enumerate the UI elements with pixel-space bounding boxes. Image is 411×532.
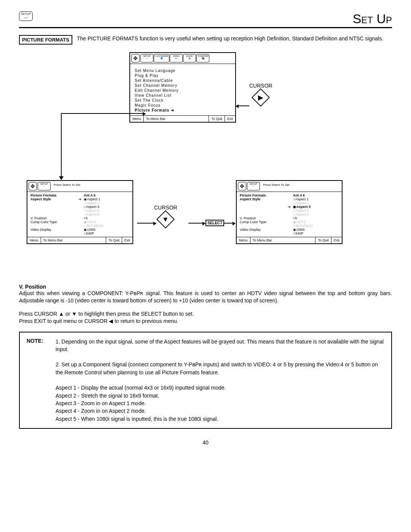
aspect-desc-4: Aspect 4 - Zoom in on Aspect 2 mode. bbox=[56, 407, 384, 415]
joystick-icon: ✥ bbox=[131, 54, 140, 62]
note-1: 1. Depending on the input signal, some o… bbox=[56, 338, 384, 353]
joystick-icon: ✥ bbox=[238, 182, 246, 190]
menu-item: Set The Clock bbox=[135, 98, 231, 102]
press-select: Press Select To Set bbox=[261, 182, 341, 190]
pf-source: Ant A 6 bbox=[84, 193, 129, 197]
menu-item: Magic Focus bbox=[135, 103, 231, 107]
picture-formats-label: PICTURE FORMATS bbox=[19, 35, 72, 45]
aspect-3: Aspect 3 bbox=[84, 205, 129, 209]
vd-540p: 540P bbox=[293, 232, 339, 235]
osd-picture-formats-a3: ✥ SETUP◦◦◦ Press Select To Set Picture F… bbox=[236, 180, 342, 244]
cursor-right: CURSOR ▶ bbox=[249, 83, 272, 106]
vd-label: Video Display bbox=[240, 228, 285, 232]
cursor-down: CURSOR ▼ bbox=[154, 204, 177, 228]
osd-picture-formats-a1: ✥ SETUP◦◦◦ Press Select To Set Picture F… bbox=[27, 180, 133, 244]
note-label: NOTE: bbox=[27, 338, 49, 423]
cursor-instruction-2: Press EXIT to quit menu or CURSOR ◀ to r… bbox=[19, 318, 392, 325]
foot-quit: To Quit bbox=[209, 116, 225, 122]
cct-sdtv: SDTV/DVD bbox=[293, 224, 339, 228]
cct-hdtv: HDTV bbox=[84, 220, 129, 224]
foot-exit: Exit bbox=[331, 237, 342, 243]
tab-setup-mini: SETUP◦◦◦ bbox=[38, 182, 51, 190]
cursor-right-label: CURSOR bbox=[249, 83, 272, 89]
menu-item: Set Antenna/Cable bbox=[135, 78, 231, 83]
aspect-5: Aspect 5 bbox=[84, 212, 129, 216]
foot-exit: Exit bbox=[122, 237, 132, 243]
aspect-1: Aspect 1 bbox=[84, 197, 129, 201]
tab-theater: THEATER🎬 bbox=[196, 54, 209, 62]
aspect-desc-1: Aspect 1 - Display the actual (normal 4x… bbox=[56, 384, 384, 391]
aspect-5: Aspect 5 bbox=[293, 212, 339, 216]
down-arrow-icon: ▼ bbox=[156, 210, 175, 228]
cursor-instruction-1: Press CURSOR ▲ or ▼ to highlight then pr… bbox=[19, 310, 392, 318]
cct-sdtv: SDTV/DVD bbox=[84, 224, 129, 228]
vd-1080i: 1080i bbox=[293, 228, 339, 232]
setup-icon: SETUP ◦◦◦ bbox=[19, 11, 33, 21]
aspect-style-label: Aspect Style bbox=[240, 197, 285, 201]
tab-group: SETUP◦◦◦ CUSTOMIZE👤 VIDEO▭ AUDIO🔊 THEATE… bbox=[140, 54, 209, 62]
cursor-down-label: CURSOR bbox=[154, 204, 177, 211]
menu-item: Set Channel Memory bbox=[135, 83, 231, 88]
divider bbox=[19, 27, 392, 28]
aspect-desc-2: Aspect 2 - Stretch the signal to 16x9 fo… bbox=[56, 392, 384, 399]
tab-setup-mini: SETUP◦◦◦ bbox=[247, 182, 260, 190]
aspect-4: Aspect 4 bbox=[84, 209, 129, 212]
pf-source: Ant A 6 bbox=[293, 193, 339, 197]
aspect-3: Aspect 3 bbox=[293, 205, 339, 209]
foot-menu: Menu bbox=[27, 237, 41, 243]
aspect-desc-3: Aspect 3 - Zoom in on Aspect 1 mode. bbox=[56, 399, 384, 407]
foot-exit: Exit bbox=[225, 116, 235, 122]
vposition-heading: V. Position bbox=[19, 284, 392, 290]
foot-quit: To Quit bbox=[315, 237, 331, 243]
press-select: Press Select To Set bbox=[51, 182, 131, 190]
page-title: Set Up bbox=[353, 11, 392, 26]
foot-quit: To Quit bbox=[106, 237, 122, 243]
pf-title: Picture Formats bbox=[240, 193, 285, 197]
vpos-value: +5 bbox=[84, 216, 129, 220]
menu-item: Set Menu Language bbox=[135, 69, 231, 73]
menu-item: View Channel List bbox=[135, 93, 231, 97]
tab-video: VIDEO▭ bbox=[170, 54, 183, 62]
cct-label: Comp Color Type bbox=[30, 220, 76, 224]
foot-bar: To Menu Bar bbox=[143, 116, 168, 122]
pf-title: Picture Formats bbox=[30, 193, 76, 197]
cct-hdtv: HDTV bbox=[293, 220, 339, 224]
menu-item: Edit Channel Memory bbox=[135, 88, 231, 93]
aspect-2: Aspect 2 bbox=[84, 201, 129, 205]
note-2: 2. Set up a Component Signal (connect co… bbox=[56, 361, 384, 376]
vd-label: Video Display bbox=[30, 228, 76, 232]
aspect-1: Aspect 1 bbox=[293, 197, 339, 201]
page-number: 40 bbox=[19, 439, 392, 446]
tab-customize: CUSTOMIZE👤 bbox=[154, 54, 169, 62]
aspect-desc-5: Aspect 5 - When 1080i signal is inputted… bbox=[56, 415, 384, 423]
aspect-4: Aspect 4 bbox=[293, 209, 339, 212]
menu-item: Plug & Play bbox=[135, 73, 231, 78]
foot-menu: Menu bbox=[130, 116, 143, 122]
osd-main-body: Set Menu Language Plug & Play Set Antenn… bbox=[130, 64, 235, 115]
tab-setup: SETUP◦◦◦ bbox=[140, 54, 153, 62]
menu-item-selected: Picture Formats ➔ bbox=[135, 108, 231, 112]
vpos-label: V. Position bbox=[240, 216, 285, 220]
aspect-2: Aspect 2 bbox=[293, 201, 339, 205]
vpos-value: +5 bbox=[293, 216, 339, 220]
vpos-label: V. Position bbox=[30, 216, 76, 220]
vd-1080i: 1080i bbox=[84, 228, 129, 232]
aspect-style-label: Aspect Style bbox=[30, 197, 76, 201]
flow-diagram: ✥ SETUP◦◦◦ CUSTOMIZE👤 VIDEO▭ AUDIO🔊 THEA… bbox=[19, 52, 392, 277]
foot-menu: Menu bbox=[237, 237, 250, 243]
right-arrow-icon: ▶ bbox=[252, 88, 270, 107]
foot-bar: To Menu Bar bbox=[41, 237, 65, 243]
note-box: NOTE: 1. Depending on the input signal, … bbox=[19, 332, 392, 429]
joystick-icon: ✥ bbox=[29, 182, 37, 190]
vposition-text: Adjust this when viewing a COMPONENT: Y-… bbox=[19, 290, 392, 304]
foot-bar: To Menu Bar bbox=[250, 237, 274, 243]
intro-text: The PICTURE FORMATS function is very use… bbox=[77, 35, 392, 42]
vd-540p: 540P bbox=[84, 232, 129, 235]
tab-audio: AUDIO🔊 bbox=[183, 54, 196, 62]
cct-label: Comp Color Type bbox=[240, 220, 285, 224]
select-button: SELECT bbox=[206, 220, 224, 226]
